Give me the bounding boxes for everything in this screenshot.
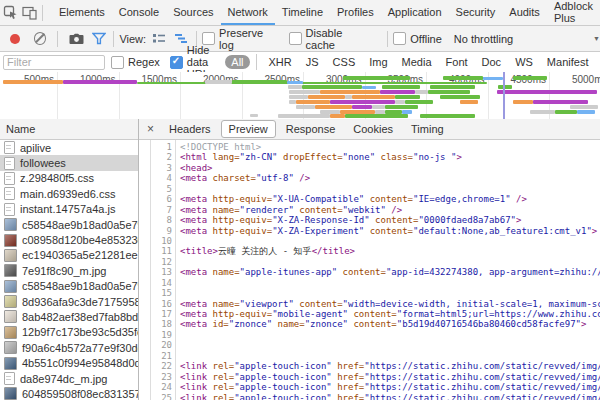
source-code[interactable]: <!DOCTYPE html><html lang="zh-CN" dropEf… <box>176 140 600 400</box>
code-token: "apple-touch-icon" <box>234 382 332 392</box>
close-icon[interactable]: × <box>147 123 154 135</box>
request-row[interactable]: c58548ae9b18ad0a5e79fe4e... <box>0 217 138 232</box>
filter-type-img[interactable]: Img <box>363 55 393 69</box>
clear-icon[interactable] <box>34 32 47 45</box>
code-token: name= <box>272 319 305 329</box>
hide-data-urls-checkbox[interactable] <box>170 56 183 69</box>
tab-sources[interactable]: Sources <box>166 0 220 25</box>
tab-profiles[interactable]: Profiles <box>330 0 381 25</box>
request-row[interactable]: 8ab482aef38ed7fab8bd4314... <box>0 309 138 324</box>
line-number: 24 <box>151 382 172 392</box>
tab-audits[interactable]: Audits <box>502 0 547 25</box>
code-token: <meta <box>180 319 213 329</box>
request-row[interactable]: 604859508f08ec8313572f0e7 <box>0 386 138 400</box>
code-line: <html lang="zh-CN" dropEffect="none" cla… <box>180 152 600 162</box>
details-tab-cookies[interactable]: Cookies <box>345 120 401 138</box>
waterfall-bar <box>315 105 352 109</box>
record-button[interactable] <box>10 34 20 44</box>
details-tabbar: × HeadersPreviewResponseCookiesTiming <box>139 119 600 140</box>
line-number: 14 <box>151 278 172 288</box>
request-row[interactable]: 12b9f7c173be93c5d35fea2d... <box>0 325 138 340</box>
waterfall-bar <box>343 76 410 80</box>
line-number: 25 <box>151 393 172 400</box>
disable-cache-checkbox[interactable] <box>289 32 302 45</box>
filter-type-font[interactable]: Font <box>440 55 474 69</box>
throttling-select[interactable]: No throttling ▼ <box>454 33 600 45</box>
code-token: <!DOCTYPE html> <box>180 142 261 152</box>
regex-checkbox-item[interactable]: Regex <box>111 56 160 69</box>
requests-header[interactable]: Name <box>0 119 138 140</box>
network-overview[interactable]: 500ms1000ms1500ms2000ms2500ms3000ms3500m… <box>0 72 600 120</box>
disable-cache-checkbox-item[interactable]: Disable cache <box>289 27 373 51</box>
line-number: 11 <box>151 246 172 256</box>
code-line: <meta charset="utf-8" /> <box>180 173 600 183</box>
regex-checkbox[interactable] <box>111 56 124 69</box>
tab-network[interactable]: Network <box>221 0 275 25</box>
request-row[interactable]: 4b551c0f994e95848d0dda09... <box>0 355 138 370</box>
device-toolbar-icon[interactable] <box>22 3 38 23</box>
filter-type-css[interactable]: CSS <box>327 55 362 69</box>
filter-type-doc[interactable]: Doc <box>476 55 508 69</box>
filter-type-all[interactable]: All <box>225 55 249 69</box>
request-row[interactable]: c08958d120be4e853230649... <box>0 232 138 247</box>
request-row[interactable]: 7e91f8c90_m.jpg <box>0 263 138 278</box>
details-tab-timing[interactable]: Timing <box>403 120 452 138</box>
request-row[interactable]: followees <box>0 155 138 170</box>
line-number: 22 <box>151 361 172 371</box>
tab-timeline[interactable]: Timeline <box>275 0 330 25</box>
waterfall-bar <box>330 100 395 104</box>
request-row[interactable]: da8e974dc_m.jpg <box>0 371 138 386</box>
request-row[interactable]: f90a6c4b572a77e9f30de153... <box>0 340 138 355</box>
request-row[interactable]: z.298480f5.css <box>0 171 138 186</box>
request-name: 4b551c0f994e95848d0dda09... <box>22 357 138 369</box>
tab-elements[interactable]: Elements <box>52 0 112 25</box>
request-row[interactable]: 8d936afa9c3de7175958fae5... <box>0 294 138 309</box>
code-token: "X-ZA-Experiment" <box>272 226 364 236</box>
tab-application[interactable]: Application <box>381 0 449 25</box>
tab-security[interactable]: Security <box>449 0 503 25</box>
filter-input[interactable] <box>3 55 105 70</box>
filter-type-media[interactable]: Media <box>396 55 438 69</box>
filter-type-other[interactable]: Other <box>596 55 600 69</box>
waterfall-bar <box>63 80 137 84</box>
details-tab-headers[interactable]: Headers <box>161 120 219 138</box>
request-row[interactable]: apilive <box>0 140 138 155</box>
request-row[interactable]: ec1940365a5e21281ee71856... <box>0 248 138 263</box>
filter-type-ws[interactable]: WS <box>509 55 539 69</box>
inspect-element-icon[interactable] <box>3 3 19 23</box>
code-token: content= <box>348 319 397 329</box>
code-token: "utf-8" <box>256 173 294 183</box>
waterfall-bar <box>137 82 487 84</box>
filter-type-xhr[interactable]: XHR <box>263 55 298 69</box>
details-tab-response[interactable]: Response <box>278 120 344 138</box>
tab-adblock-plus[interactable]: Adblock Plus <box>547 0 600 25</box>
code-token: "default:None,ab_feature1:cmt_v1" <box>413 226 592 236</box>
details-tab-preview[interactable]: Preview <box>221 120 276 138</box>
request-row[interactable]: instant.14757a4a.js <box>0 202 138 217</box>
view-list-icon[interactable] <box>149 29 169 49</box>
filter-funnel-icon[interactable] <box>89 29 109 49</box>
preserve-log-label: Preserve log <box>219 27 279 51</box>
timeline-tick-label: 5000ms <box>572 74 600 85</box>
request-row[interactable]: c58548ae9b18ad0a5e79fe4e... <box>0 279 138 294</box>
waterfall-bar <box>372 105 385 109</box>
filter-type-manifest[interactable]: Manifest <box>541 55 595 69</box>
checkbox-group: Offline <box>393 32 452 45</box>
devtools-window: ElementsConsoleSourcesNetworkTimelinePro… <box>0 0 600 400</box>
code-line <box>180 257 600 267</box>
offline-checkbox[interactable] <box>393 32 406 45</box>
waterfall-bar <box>533 100 588 104</box>
code-token: "format=html5;url=https://www.zhihu.com <box>397 309 600 319</box>
offline-checkbox-item[interactable]: Offline <box>393 32 442 45</box>
filter-type-js[interactable]: JS <box>300 55 325 69</box>
tab-console[interactable]: Console <box>112 0 166 25</box>
code-token: content= <box>364 226 413 236</box>
timeline-gridline <box>426 72 427 119</box>
request-row[interactable]: main.d6939ed6.css <box>0 186 138 201</box>
image-thumbnail-icon <box>4 280 17 293</box>
request-details-pane: × HeadersPreviewResponseCookiesTiming 12… <box>139 119 600 400</box>
code-line: <!DOCTYPE html> <box>180 142 600 152</box>
resource-type-filters: AllXHRJSCSSImgMediaFontDocWSManifestOthe… <box>224 54 600 70</box>
code-token: <html <box>180 152 213 162</box>
screenshot-camera-icon[interactable] <box>66 29 86 49</box>
